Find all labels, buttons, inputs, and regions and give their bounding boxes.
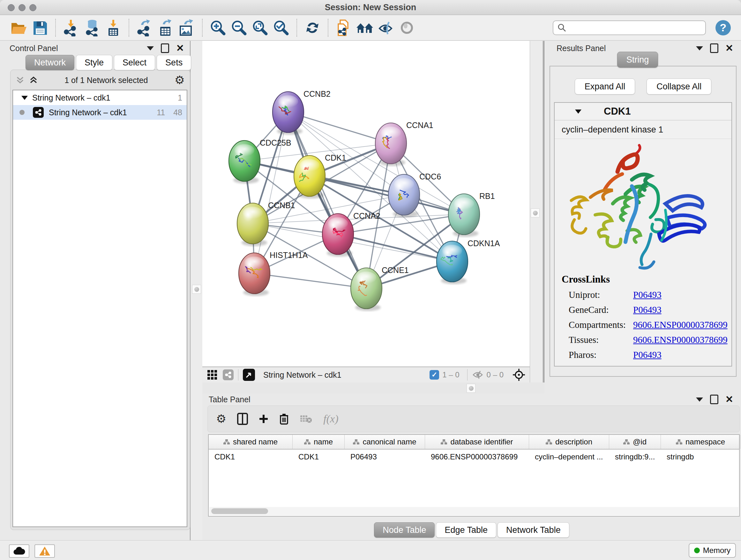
collection-expand-icon[interactable]	[21, 96, 28, 100]
save-session-button[interactable]	[31, 18, 49, 37]
fit-selected-crosshair-icon[interactable]	[513, 368, 525, 381]
help-button[interactable]: ?	[716, 20, 731, 36]
table-row[interactable]: CDK1CDK1P064939606.ENSP00000378699cyclin…	[209, 449, 739, 464]
selected-nodes-checkbox[interactable]: ✓	[429, 370, 439, 380]
node-CCNB1[interactable]: CCNB1	[237, 201, 295, 246]
export-network-button[interactable]	[136, 18, 153, 37]
edge-CCNB2-CCNE1[interactable]	[288, 112, 366, 288]
crosslink-link[interactable]: P06493	[633, 305, 662, 315]
inactive-eye-button[interactable]	[398, 18, 416, 37]
tab-node-table[interactable]: Node Table	[374, 522, 434, 538]
import-network-from-file-button[interactable]	[62, 18, 80, 37]
panel-close-icon[interactable]: ✕	[725, 45, 733, 51]
table-cell[interactable]: cyclin–dependent ...	[529, 449, 609, 464]
panel-close-icon[interactable]: ✕	[176, 45, 184, 51]
node-RB1[interactable]: RB1	[448, 192, 495, 237]
tab-string[interactable]: String	[617, 52, 658, 68]
apply-layout-button[interactable]	[304, 18, 321, 37]
panel-float-icon[interactable]	[710, 44, 718, 53]
splitter-grip[interactable]	[467, 384, 475, 393]
network-options-gear-icon[interactable]: ⚙	[175, 74, 185, 86]
vertical-splitter-right[interactable]	[530, 41, 544, 393]
search-bar[interactable]	[553, 20, 706, 35]
tab-select[interactable]: Select	[114, 55, 155, 70]
table-cell[interactable]: stringdb:9...	[609, 449, 661, 464]
edge-CCNB2-HIST1H1A[interactable]	[254, 112, 288, 273]
vertical-splitter-left[interactable]	[191, 41, 202, 540]
panel-close-icon[interactable]: ✕	[725, 396, 733, 402]
string-network-graph[interactable]: CCNB2CCNA1CDC25BCDK1CDC6RB1CCNB1CCNA2CDK…	[202, 41, 530, 367]
cloud-button[interactable]	[9, 544, 29, 558]
tab-network-table[interactable]: Network Table	[497, 522, 569, 538]
add-column-icon[interactable]	[259, 414, 268, 424]
panel-float-icon[interactable]	[161, 44, 169, 53]
memory-button[interactable]: Memory	[689, 543, 736, 558]
network-view-share-icon[interactable]	[223, 369, 233, 380]
splitter-grip[interactable]	[192, 285, 201, 294]
show-hide-button[interactable]	[377, 18, 395, 37]
import-string-document-button[interactable]	[335, 18, 353, 37]
import-network-from-database-button[interactable]	[83, 18, 101, 37]
tab-sets[interactable]: Sets	[157, 55, 191, 70]
node-CDC6[interactable]: CDC6	[388, 172, 441, 217]
grid-view-icon[interactable]	[207, 369, 218, 380]
tab-edge-table[interactable]: Edge Table	[436, 522, 496, 538]
scrollbar-thumb[interactable]	[211, 508, 268, 514]
column-header-description[interactable]: description	[529, 435, 609, 449]
search-input[interactable]	[567, 23, 689, 33]
node-CCNB2[interactable]: CCNB2	[273, 89, 331, 135]
birdseye-view-icon[interactable]	[243, 369, 255, 381]
expand-all-button[interactable]: Expand All	[575, 78, 635, 95]
node-CCNA2[interactable]: CCNA2	[322, 211, 381, 257]
node-HIST1H1A[interactable]: HIST1H1A	[239, 251, 308, 296]
open-session-button[interactable]	[10, 18, 28, 37]
tab-network[interactable]: Network	[25, 55, 74, 70]
node-CDKN1A[interactable]: CDKN1A	[436, 239, 500, 284]
node-CCNE1[interactable]: CCNE1	[351, 266, 409, 311]
table-options-gear-icon[interactable]: ⚙	[216, 413, 226, 425]
zoom-fit-button[interactable]	[251, 18, 269, 37]
table-cell[interactable]: P06493	[345, 449, 425, 464]
zoom-selected-button[interactable]	[272, 18, 290, 37]
tab-style[interactable]: Style	[76, 55, 112, 70]
collapse-all-button[interactable]: Collapse All	[647, 78, 711, 95]
panel-collapse-icon[interactable]	[147, 46, 154, 51]
import-table-from-file-button[interactable]	[105, 18, 122, 37]
table-horizontal-scrollbar[interactable]	[209, 507, 738, 515]
export-table-button[interactable]	[157, 18, 175, 37]
node-CDC25B[interactable]: CDC25B	[229, 138, 291, 184]
collapse-all-icon[interactable]	[16, 76, 24, 84]
network-collection-row[interactable]: String Network – cdk1 1	[13, 90, 187, 105]
panel-collapse-icon[interactable]	[696, 397, 703, 401]
zoom-out-button[interactable]	[230, 18, 248, 37]
crosslink-link[interactable]: P06493	[633, 290, 662, 300]
column-header-@id[interactable]: @id	[609, 435, 661, 449]
delete-column-icon[interactable]	[279, 413, 289, 425]
splitter-grip[interactable]	[531, 208, 540, 217]
crosslink-link[interactable]: P06493	[633, 350, 662, 360]
column-header-canonical-name[interactable]: canonical name	[345, 435, 425, 449]
expand-all-icon[interactable]	[29, 76, 38, 84]
column-header-shared-name[interactable]: shared name	[209, 435, 293, 449]
home-button[interactable]	[356, 18, 374, 37]
table-cell[interactable]: CDK1	[293, 449, 345, 464]
show-columns-icon[interactable]	[237, 413, 248, 425]
panel-float-icon[interactable]	[710, 395, 718, 404]
panel-collapse-icon[interactable]	[696, 46, 703, 51]
column-header-database-identifier[interactable]: database identifier	[425, 435, 529, 449]
column-header-namespace[interactable]: namespace	[661, 435, 740, 449]
export-image-button[interactable]	[178, 18, 196, 37]
protein-card-header[interactable]: CDK1	[555, 103, 731, 120]
zoom-in-button[interactable]	[209, 18, 227, 37]
node-CDK1[interactable]: CDK1	[294, 153, 346, 199]
node-CCNA1[interactable]: CCNA1	[375, 121, 433, 166]
network-item-row[interactable]: String Network – cdk1 11 48	[13, 105, 187, 120]
warnings-button[interactable]	[35, 544, 55, 558]
protein-collapse-icon[interactable]	[575, 110, 582, 114]
crosslink-link[interactable]: 9606.ENSP00000378699	[633, 320, 728, 330]
edge-HIST1H1A-CCNE1[interactable]	[254, 273, 366, 288]
crosslink-link[interactable]: 9606.ENSP00000378699	[633, 334, 728, 345]
column-header-name[interactable]: name	[293, 435, 345, 449]
network-canvas[interactable]: CCNB2CCNA1CDC25BCDK1CDC6RB1CCNB1CCNA2CDK…	[202, 41, 530, 367]
table-cell[interactable]: 9606.ENSP00000378699	[425, 449, 529, 464]
